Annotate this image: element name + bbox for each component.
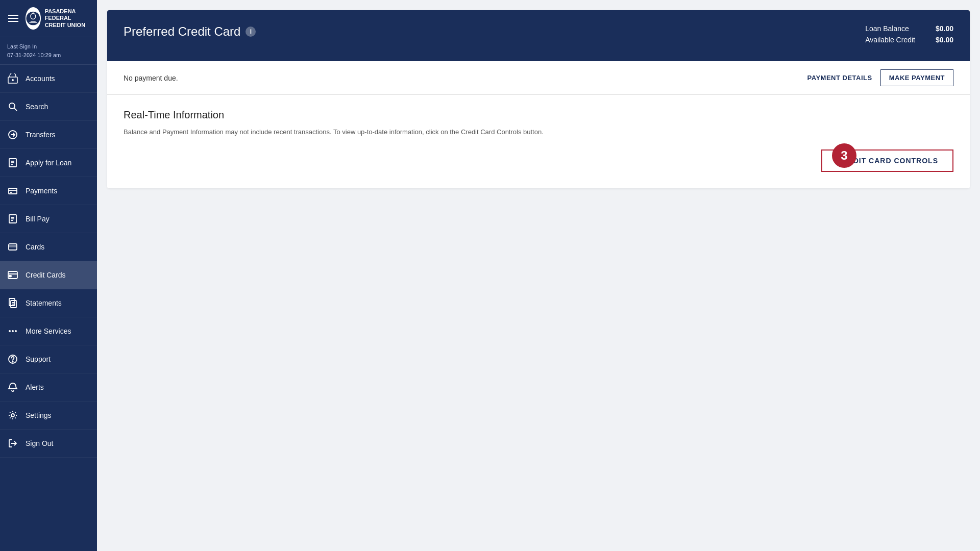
card-body: Real-Time Information Balance and Paymen… bbox=[107, 95, 970, 188]
statements-icon bbox=[7, 297, 18, 309]
transfers-icon bbox=[7, 129, 18, 140]
hamburger-menu-icon[interactable] bbox=[6, 13, 20, 24]
card-balances: Loan Balance $0.00 Available Credit $0.0… bbox=[865, 24, 953, 47]
sidebar-item-search-label: Search bbox=[26, 103, 48, 111]
sidebar-item-bill-pay-label: Bill Pay bbox=[26, 215, 50, 223]
last-sign-in: Last Sign In 07-31-2024 10:29 am bbox=[0, 37, 97, 65]
main-content: Preferred Credit Card i Loan Balance $0.… bbox=[97, 0, 980, 551]
search-icon bbox=[7, 101, 18, 112]
sidebar-item-more-services-label: More Services bbox=[26, 327, 71, 335]
credit-cards-icon bbox=[7, 269, 18, 281]
card-header: Preferred Credit Card i Loan Balance $0.… bbox=[107, 10, 970, 61]
step-badge: 3 bbox=[832, 143, 856, 168]
sidebar-item-more-services[interactable]: More Services bbox=[0, 317, 97, 345]
sidebar-item-payments-label: Payments bbox=[26, 187, 57, 195]
sidebar-item-cards-label: Cards bbox=[26, 243, 44, 251]
sidebar-item-settings[interactable]: Settings bbox=[0, 402, 97, 430]
accounts-icon bbox=[7, 73, 18, 84]
logo-container: PASADENAFEDERAL CREDIT UNION bbox=[26, 7, 91, 30]
sidebar: PASADENAFEDERAL CREDIT UNION Last Sign I… bbox=[0, 0, 97, 551]
svg-point-32 bbox=[15, 330, 17, 332]
sidebar-header: PASADENAFEDERAL CREDIT UNION bbox=[0, 0, 97, 37]
sidebar-nav: Accounts Search Transfers Apply for Loan… bbox=[0, 65, 97, 551]
payment-details-link[interactable]: PAYMENT DETAILS bbox=[807, 74, 872, 82]
card-title: Preferred Credit Card bbox=[124, 24, 240, 39]
apply-for-loan-icon bbox=[7, 157, 18, 168]
settings-icon bbox=[7, 410, 18, 421]
logo-icon bbox=[26, 7, 41, 30]
svg-rect-26 bbox=[9, 298, 15, 306]
sidebar-item-accounts[interactable]: Accounts bbox=[0, 65, 97, 93]
payment-bar: No payment due. PAYMENT DETAILS MAKE PAY… bbox=[107, 61, 970, 95]
loan-balance-value: $0.00 bbox=[936, 24, 953, 33]
sidebar-item-apply-for-loan[interactable]: Apply for Loan bbox=[0, 149, 97, 177]
card-title-row: Preferred Credit Card i bbox=[124, 24, 256, 39]
sidebar-item-cards[interactable]: Cards bbox=[0, 233, 97, 261]
svg-rect-22 bbox=[9, 245, 17, 247]
bill-pay-icon bbox=[7, 213, 18, 224]
real-time-title: Real-Time Information bbox=[124, 109, 953, 121]
no-payment-text: No payment due. bbox=[124, 74, 178, 82]
svg-rect-14 bbox=[9, 188, 17, 194]
credit-card-controls-row: 3 CREDIT CARD CONTROLS bbox=[124, 149, 953, 172]
svg-point-31 bbox=[12, 330, 14, 332]
sidebar-item-support-label: Support bbox=[26, 355, 51, 363]
sidebar-item-sign-out-label: Sign Out bbox=[26, 439, 53, 447]
sidebar-item-support[interactable]: Support bbox=[0, 345, 97, 373]
sidebar-item-payments[interactable]: Payments bbox=[0, 177, 97, 205]
svg-point-35 bbox=[11, 414, 14, 417]
card-info-icon[interactable]: i bbox=[246, 27, 256, 37]
svg-point-34 bbox=[12, 361, 13, 362]
sidebar-item-statements[interactable]: Statements bbox=[0, 289, 97, 317]
payment-actions: PAYMENT DETAILS MAKE PAYMENT bbox=[807, 69, 953, 86]
sidebar-item-credit-cards-label: Credit Cards bbox=[26, 271, 66, 279]
logo-text: PASADENAFEDERAL CREDIT UNION bbox=[45, 8, 91, 29]
sidebar-item-credit-cards[interactable]: Credit Cards bbox=[0, 261, 97, 289]
sidebar-item-transfers-label: Transfers bbox=[26, 131, 56, 139]
cards-icon bbox=[7, 241, 18, 253]
make-payment-button[interactable]: MAKE PAYMENT bbox=[880, 69, 953, 86]
sidebar-item-settings-label: Settings bbox=[26, 411, 52, 419]
available-credit-row: Available Credit $0.00 bbox=[865, 36, 953, 44]
support-icon bbox=[7, 354, 18, 365]
sidebar-item-alerts-label: Alerts bbox=[26, 383, 44, 391]
sidebar-item-accounts-label: Accounts bbox=[26, 74, 55, 83]
svg-rect-25 bbox=[9, 276, 11, 277]
sidebar-item-apply-for-loan-label: Apply for Loan bbox=[26, 159, 71, 167]
alerts-icon bbox=[7, 382, 18, 393]
loan-balance-label: Loan Balance bbox=[865, 24, 909, 33]
loan-balance-row: Loan Balance $0.00 bbox=[865, 24, 953, 33]
sidebar-item-transfers[interactable]: Transfers bbox=[0, 121, 97, 149]
more-services-icon bbox=[7, 325, 18, 337]
svg-point-30 bbox=[9, 330, 11, 332]
svg-rect-23 bbox=[8, 271, 17, 279]
sidebar-item-search[interactable]: Search bbox=[0, 93, 97, 121]
svg-point-7 bbox=[9, 103, 15, 109]
sidebar-item-statements-label: Statements bbox=[26, 299, 62, 307]
sidebar-item-bill-pay[interactable]: Bill Pay bbox=[0, 205, 97, 233]
available-credit-value: $0.00 bbox=[936, 36, 953, 44]
svg-point-6 bbox=[12, 79, 14, 81]
svg-line-8 bbox=[14, 108, 17, 111]
sign-out-icon bbox=[7, 438, 18, 449]
real-time-desc: Balance and Payment Information may not … bbox=[124, 127, 953, 137]
available-credit-label: Available Credit bbox=[865, 36, 915, 44]
sidebar-item-alerts[interactable]: Alerts bbox=[0, 373, 97, 402]
sidebar-item-sign-out[interactable]: Sign Out bbox=[0, 430, 97, 458]
payments-icon bbox=[7, 185, 18, 196]
